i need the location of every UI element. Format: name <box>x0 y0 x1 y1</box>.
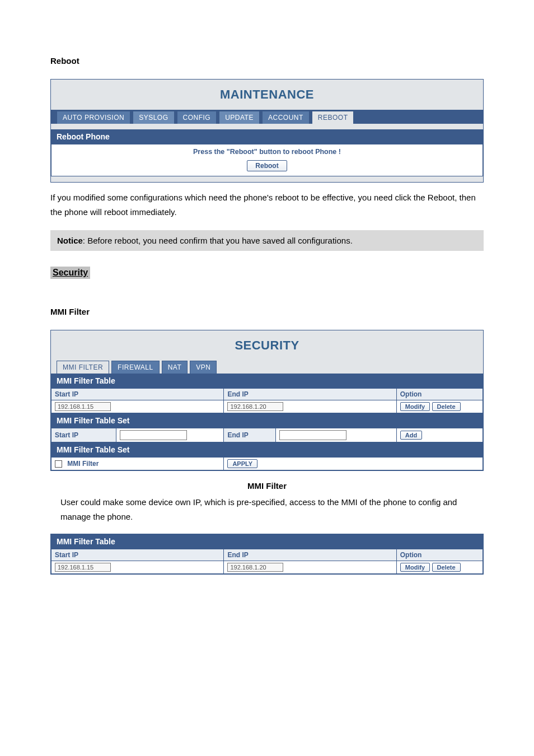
mmi-filter-set-bar: MMI Filter Table Set <box>51 413 483 428</box>
table-row: MMI Filter APPLY <box>51 458 483 470</box>
reboot-button[interactable]: Reboot <box>247 160 287 171</box>
col-end-ip: End IP <box>224 549 396 561</box>
security-tabs: MMI FILTER FIREWALL NAT VPN <box>51 361 483 374</box>
notice-box: Notice: Before reboot, you need confirm … <box>50 230 484 251</box>
reboot-description: If you modified some configurations whic… <box>50 190 484 219</box>
col-start-ip: Start IP <box>51 549 224 561</box>
section-heading-reboot: Reboot <box>50 56 484 66</box>
col-option: Option <box>396 389 483 400</box>
security-title: SECURITY <box>51 330 483 361</box>
mmi-filter-table2: Start IP End IP Option 192.168.1.15 192.… <box>51 549 483 574</box>
reboot-phone-bar: Reboot Phone <box>51 129 483 144</box>
tab-mmi-filter[interactable]: MMI FILTER <box>57 361 109 374</box>
maintenance-title: MAINTENANCE <box>51 80 483 110</box>
start-ip-value: 192.168.1.15 <box>55 563 111 572</box>
tab-vpn[interactable]: VPN <box>190 361 217 374</box>
modify-button[interactable]: Modify <box>400 563 430 572</box>
maintenance-tabs: AUTO PROVISION SYSLOG CONFIG UPDATE ACCO… <box>51 110 483 124</box>
col-start-ip: Start IP <box>51 389 224 400</box>
end-ip-input[interactable] <box>279 430 346 440</box>
table-row: Start IP End IP Add <box>51 428 483 442</box>
end-ip-value: 192.168.1.20 <box>227 563 283 572</box>
tab-nat[interactable]: NAT <box>162 361 188 374</box>
maintenance-panel: MAINTENANCE AUTO PROVISION SYSLOG CONFIG… <box>50 79 484 183</box>
mmi-filter-description: User could make some device own IP, whic… <box>60 495 484 524</box>
table-row: 192.168.1.15 192.168.1.20 Modify Delete <box>51 561 483 574</box>
mmi-filter-table: Start IP End IP Option 192.168.1.15 192.… <box>51 388 483 413</box>
start-ip-input[interactable] <box>120 430 187 440</box>
table-header-row: Start IP End IP Option <box>51 389 483 400</box>
reboot-box: Press the "Reboot" button to reboot Phon… <box>51 144 483 176</box>
tab-syslog[interactable]: SYSLOG <box>133 111 174 124</box>
mmi-filter-set-table: Start IP End IP Add <box>51 428 483 442</box>
tab-account[interactable]: ACCOUNT <box>262 111 310 124</box>
security-panel: SECURITY MMI FILTER FIREWALL NAT VPN MMI… <box>50 330 484 471</box>
col-end-ip: End IP <box>224 389 396 400</box>
mmi-filter-table2-wrap: MMI Filter Table Start IP End IP Option … <box>50 534 484 575</box>
delete-button[interactable]: Delete <box>432 402 461 411</box>
end-ip-label: End IP <box>224 428 276 442</box>
tab-reboot[interactable]: REBOOT <box>312 111 354 124</box>
start-ip-label: Start IP <box>51 428 116 442</box>
mmi-filter-enable-table: MMI Filter APPLY <box>51 457 483 470</box>
tab-auto-provision[interactable]: AUTO PROVISION <box>57 111 130 124</box>
section-heading-mmifilter: MMI Filter <box>50 307 484 316</box>
tab-update[interactable]: UPDATE <box>219 111 260 124</box>
end-ip-value: 192.168.1.20 <box>227 402 283 411</box>
start-ip-value: 192.168.1.15 <box>55 402 111 411</box>
security-heading: Security <box>50 267 90 279</box>
table-header-row: Start IP End IP Option <box>51 549 483 561</box>
notice-label: Notice <box>57 236 83 245</box>
mmi-filter-enable-bar: MMI Filter Table Set <box>51 442 483 457</box>
reboot-instruction: Press the "Reboot" button to reboot Phon… <box>51 144 483 158</box>
mmi-filter-checkbox-label: MMI Filter <box>67 460 99 468</box>
tab-firewall[interactable]: FIREWALL <box>111 361 160 374</box>
col-option: Option <box>396 549 483 561</box>
apply-button[interactable]: APPLY <box>227 459 257 468</box>
tab-config[interactable]: CONFIG <box>177 111 217 124</box>
notice-text: : Before reboot, you need confirm that y… <box>83 236 353 245</box>
add-button[interactable]: Add <box>400 431 422 440</box>
modify-button[interactable]: Modify <box>400 402 430 411</box>
mmi-filter-subtitle: MMI Filter <box>50 481 484 491</box>
delete-button[interactable]: Delete <box>432 563 461 572</box>
mmi-filter-table-bar: MMI Filter Table <box>51 374 483 388</box>
table-row: 192.168.1.15 192.168.1.20 Modify Delete <box>51 400 483 413</box>
mmi-filter-table2-bar: MMI Filter Table <box>51 534 483 549</box>
mmi-filter-checkbox[interactable] <box>55 460 62 468</box>
